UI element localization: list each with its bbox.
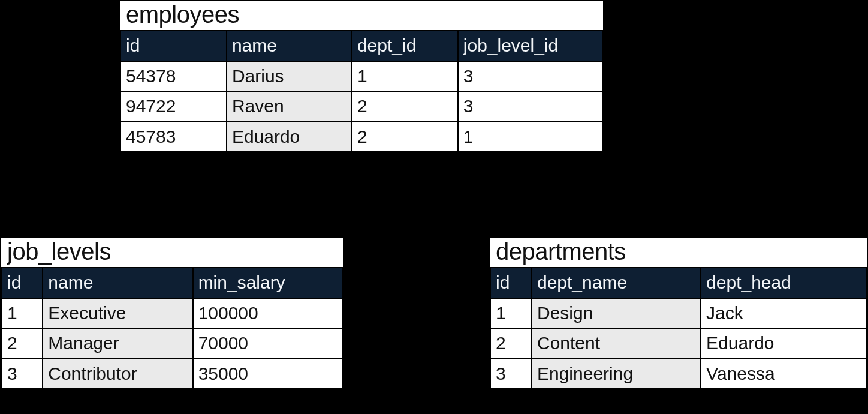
table-card-employees: employees id name dept_id job_level_id 5… [119, 0, 604, 154]
table-row: 2 Manager 70000 [2, 328, 343, 359]
table-header-row: id name dept_id job_level_id [120, 31, 602, 61]
table-employees: id name dept_id job_level_id 54378 Dariu… [120, 30, 603, 152]
cell: Darius [227, 61, 352, 92]
cell: 2 [490, 328, 532, 359]
table-row: 54378 Darius 1 3 [120, 61, 602, 92]
connector-employees-departments [602, 102, 668, 104]
cell: 70000 [193, 328, 343, 359]
table-row: 45783 Eduardo 2 1 [120, 122, 602, 152]
cell: Executive [43, 298, 192, 329]
col-header: dept_id [352, 31, 458, 61]
cell: 54378 [120, 61, 227, 92]
col-header: job_level_id [458, 31, 602, 61]
cell: Content [532, 328, 701, 359]
table-card-departments: departments id dept_name dept_head 1 Des… [489, 237, 868, 391]
cell: Eduardo [227, 122, 352, 152]
cell: 2 [352, 91, 458, 122]
cell: 3 [490, 359, 532, 389]
table-row: 1 Executive 100000 [2, 298, 343, 329]
connector-employees-joblevels [57, 102, 59, 258]
cell: Engineering [532, 359, 701, 389]
col-header: name [43, 268, 192, 298]
table-row: 3 Contributor 35000 [2, 359, 343, 389]
cell: 1 [2, 298, 43, 329]
table-departments: id dept_name dept_head 1 Design Jack 2 C… [490, 267, 867, 389]
cell: 94722 [120, 91, 227, 122]
cell: 3 [2, 359, 43, 389]
cell: Contributor [43, 359, 192, 389]
table-row: 94722 Raven 2 3 [120, 91, 602, 122]
col-header: name [227, 31, 352, 61]
cell: 1 [458, 122, 602, 152]
table-joblevels: id name min_salary 1 Executive 100000 2 … [1, 267, 343, 389]
table-card-joblevels: job_levels id name min_salary 1 Executiv… [0, 237, 345, 391]
table-row: 1 Design Jack [490, 298, 866, 329]
cell: 100000 [193, 298, 343, 329]
table-row: 2 Content Eduardo [490, 328, 866, 359]
table-title: employees [120, 1, 603, 30]
cell: 1 [352, 61, 458, 92]
cell: 3 [458, 61, 602, 92]
cell: 3 [458, 91, 602, 122]
col-header: dept_head [701, 268, 866, 298]
cell: Manager [43, 328, 192, 359]
table-title: departments [490, 238, 867, 267]
table-header-row: id dept_name dept_head [490, 268, 866, 298]
col-header: id [120, 31, 227, 61]
cell: Eduardo [701, 328, 866, 359]
col-header: dept_name [532, 268, 701, 298]
cell: Jack [701, 298, 866, 329]
col-header: min_salary [193, 268, 343, 298]
col-header: id [490, 268, 532, 298]
cell: 1 [490, 298, 532, 329]
cell: Vanessa [701, 359, 866, 389]
table-title: job_levels [1, 238, 343, 267]
cell: 35000 [193, 359, 343, 389]
col-header: id [2, 268, 43, 298]
connector-employees-joblevels [57, 102, 123, 104]
cell: Design [532, 298, 701, 329]
cell: 2 [2, 328, 43, 359]
connector-employees-departments [666, 102, 668, 258]
cell: 45783 [120, 122, 227, 152]
table-row: 3 Engineering Vanessa [490, 359, 866, 389]
cell: Raven [227, 91, 352, 122]
table-header-row: id name min_salary [2, 268, 343, 298]
cell: 2 [352, 122, 458, 152]
